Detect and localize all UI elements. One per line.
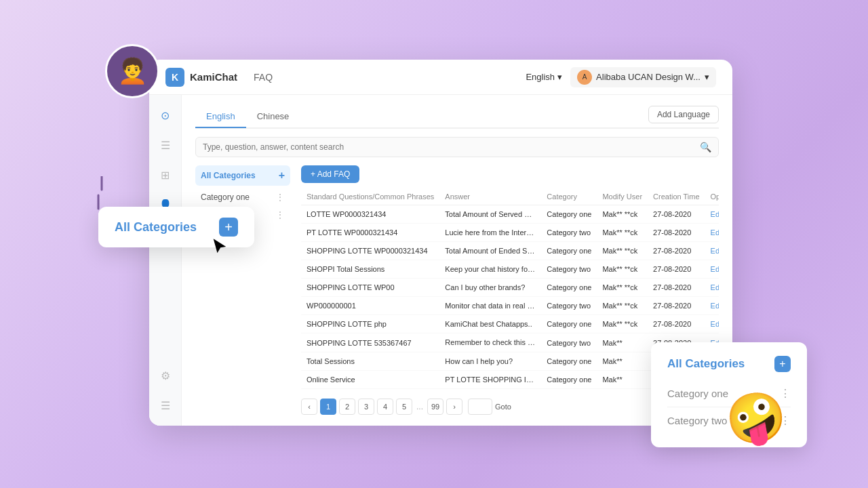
search-input[interactable] xyxy=(203,142,700,152)
cell-time-1: 27-08-2020 xyxy=(648,224,705,242)
cell-question-7: SHOPPING LOTTE 535367467 xyxy=(301,333,439,352)
add-faq-button[interactable]: + Add FAQ xyxy=(301,165,359,183)
edit-button-3[interactable]: Edit xyxy=(711,265,719,273)
cell-operate-6[interactable]: Edit xyxy=(705,315,719,333)
table-row: PT LOTTE WP0000321434 Lucie here from th… xyxy=(301,224,719,242)
search-icon: 🔍 xyxy=(700,142,711,152)
user-menu-button[interactable]: A Alibaba UCAN Design W... ▾ xyxy=(570,67,716,87)
category-row-1[interactable]: Category one ⋮ xyxy=(195,188,290,206)
search-bar: 🔍 xyxy=(195,137,719,157)
cell-category-5: Category two xyxy=(541,297,597,315)
page-btn-5[interactable]: 5 xyxy=(396,399,412,415)
table-row: SHOPPING LOTTE php KamiChat best Chatapp… xyxy=(301,315,719,333)
sidebar-item-settings[interactable]: ⚙ xyxy=(156,366,175,385)
cell-user-1: Mak** **ck xyxy=(597,224,648,242)
cell-answer-1: Lucie here from the Intercom sale xyxy=(439,224,541,242)
user-name: Alibaba UCAN Design W... xyxy=(596,72,701,82)
cell-user-4: Mak** **ck xyxy=(597,279,648,297)
table-header-row: Standard Questions/Common Phrases Answer… xyxy=(301,188,719,205)
page-btn-2[interactable]: 2 xyxy=(339,399,355,415)
prev-page-button[interactable]: ‹ xyxy=(301,399,317,415)
cell-category-8: Category one xyxy=(541,352,597,371)
table-row: SHOPPING LOTTE WP0000321434 Total Amount… xyxy=(301,242,719,260)
language-tabs: English Chinese Add Language xyxy=(195,106,719,129)
cell-question-1: PT LOTTE WP0000321434 xyxy=(301,224,439,242)
cell-time-3: 27-08-2020 xyxy=(648,260,705,279)
add-language-button[interactable]: Add Language xyxy=(648,106,719,123)
sidebar-item-grid[interactable]: ⊞ xyxy=(156,165,175,184)
category-panel-plus-button[interactable]: + xyxy=(774,356,791,372)
cell-answer-6: KamiChat best Chatapps.. xyxy=(439,315,541,333)
cell-question-0: LOTTE WP0000321434 xyxy=(301,205,439,224)
table-toolbar: + Add FAQ xyxy=(301,165,719,183)
categories-plus-icon[interactable]: + xyxy=(279,169,285,182)
sidebar-bottom: ⚙ ☰ xyxy=(156,366,175,415)
categories-sidebar: All Categories + Category one ⋮ Category… xyxy=(195,165,290,415)
cell-question-4: SHOPPING LOTTE WP00 xyxy=(301,279,439,297)
goto-button[interactable]: Goto xyxy=(495,403,511,411)
table-row: SHOPPING LOTTE WP00 Can I buy other bran… xyxy=(301,279,719,297)
language-label: English xyxy=(526,72,555,82)
edit-button-6[interactable]: Edit xyxy=(711,320,719,328)
edit-button-4[interactable]: Edit xyxy=(711,283,719,291)
logo-text: KamiChat xyxy=(190,71,237,83)
goto-input[interactable] xyxy=(468,399,492,415)
category-more-2[interactable]: ⋮ xyxy=(275,209,285,220)
edit-button-0[interactable]: Edit xyxy=(711,210,719,218)
col-operate: Operate xyxy=(705,188,719,205)
cell-question-6: SHOPPING LOTTE php xyxy=(301,315,439,333)
cell-question-5: WP000000001 xyxy=(301,297,439,315)
cell-operate-5[interactable]: Edit xyxy=(705,297,719,315)
cell-operate-1[interactable]: Edit xyxy=(705,224,719,242)
cell-category-3: Category two xyxy=(541,260,597,279)
sidebar-item-home[interactable]: ⊙ xyxy=(156,106,175,125)
cell-category-7: Category two xyxy=(541,333,597,352)
edit-button-1[interactable]: Edit xyxy=(711,228,719,237)
cell-time-0: 27-08-2020 xyxy=(648,205,705,224)
cell-operate-4[interactable]: Edit xyxy=(705,279,719,297)
faq-body: All Categories + Category one ⋮ Category… xyxy=(195,165,719,415)
tab-english[interactable]: English xyxy=(195,107,246,128)
cell-category-9: Category one xyxy=(541,371,597,389)
cell-answer-3: Keep your chat history for a long xyxy=(439,260,541,279)
sidebar: ⊙ ☰ ⊞ 👤 📈 ⚙ ☰ xyxy=(149,95,182,426)
category-more-1[interactable]: ⋮ xyxy=(275,192,285,203)
goto-area: Goto xyxy=(468,399,511,415)
cell-time-5: 27-08-2020 xyxy=(648,297,705,315)
page-btn-4[interactable]: 4 xyxy=(377,399,393,415)
edit-button-5[interactable]: Edit xyxy=(711,302,719,310)
cell-answer-2: Total Amount of Ended Sessions xyxy=(439,242,541,260)
sidebar-item-menu[interactable]: ☰ xyxy=(156,396,175,415)
all-categories-button[interactable]: All Categories + xyxy=(195,165,290,186)
cell-category-6: Category one xyxy=(541,315,597,333)
edit-button-2[interactable]: Edit xyxy=(711,247,719,255)
cell-operate-0[interactable]: Edit xyxy=(705,205,719,224)
user-chevron-icon: ▾ xyxy=(705,72,709,82)
avatar-topleft: 🧑‍🦱 xyxy=(105,44,159,98)
cell-operate-3[interactable]: Edit xyxy=(705,260,719,279)
cell-answer-4: Can I buy other brands? xyxy=(439,279,541,297)
language-selector[interactable]: English ▾ xyxy=(526,72,562,82)
table-row: SHOPPI Total Sessions Keep your chat his… xyxy=(301,260,719,279)
page-ellipsis: ... xyxy=(415,402,425,411)
logo-icon: K xyxy=(165,68,184,87)
cell-operate-2[interactable]: Edit xyxy=(705,242,719,260)
page-btn-1[interactable]: 1 xyxy=(320,399,336,415)
tooltip-plus-button[interactable]: + xyxy=(219,218,238,237)
cell-time-4: 27-08-2020 xyxy=(648,279,705,297)
emoji-decoration: 🤪 xyxy=(721,385,791,452)
all-categories-label: All Categories xyxy=(201,171,279,180)
sidebar-item-list[interactable]: ☰ xyxy=(156,136,175,155)
topbar-right: English ▾ A Alibaba UCAN Design W... ▾ xyxy=(526,67,716,87)
logo-area: K KamiChat FAQ xyxy=(165,68,273,87)
cell-time-6: 27-08-2020 xyxy=(648,315,705,333)
tab-chinese[interactable]: Chinese xyxy=(246,107,300,128)
col-question: Standard Questions/Common Phrases xyxy=(301,188,439,205)
page-title: FAQ xyxy=(254,72,273,83)
page-btn-99[interactable]: 99 xyxy=(427,399,443,415)
cell-question-9: Online Service xyxy=(301,371,439,389)
page-btn-3[interactable]: 3 xyxy=(358,399,374,415)
col-answer: Answer xyxy=(439,188,541,205)
next-page-button[interactable]: › xyxy=(446,399,462,415)
topbar: K KamiChat FAQ English ▾ A Alibaba UCAN … xyxy=(149,60,732,95)
